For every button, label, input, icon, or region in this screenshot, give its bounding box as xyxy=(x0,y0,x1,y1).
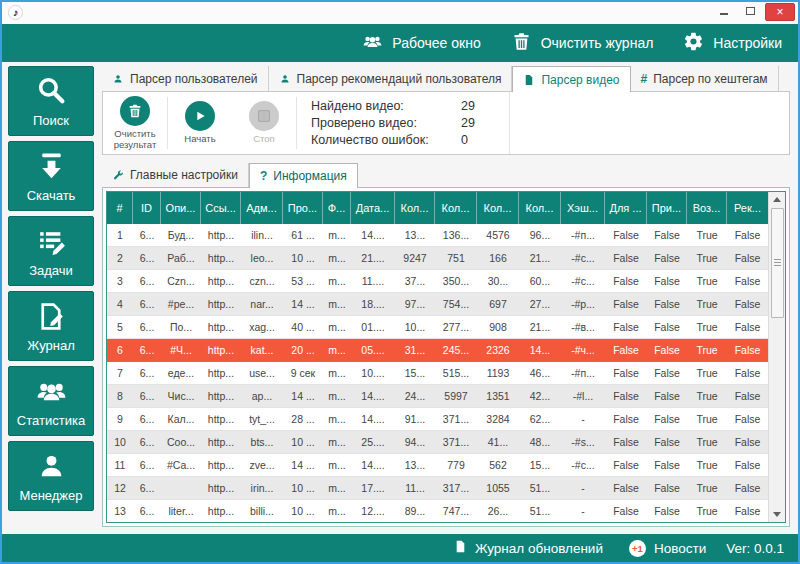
cell: False xyxy=(605,367,647,379)
column-header[interactable]: Кол... xyxy=(435,192,477,224)
start-button[interactable]: Начать xyxy=(168,92,232,154)
cell: 562 xyxy=(477,459,519,471)
topbar-button-workspace[interactable]: Рабочее окно xyxy=(362,31,480,55)
cell: 10 ... xyxy=(283,505,323,517)
cell: m... xyxy=(323,505,351,517)
maximize-button[interactable] xyxy=(737,2,763,20)
sidebar-item-search[interactable]: Поиск xyxy=(8,66,94,136)
cell: 13... xyxy=(395,459,435,471)
table-row[interactable]: 76...еде...http...use...9 секm...10....1… xyxy=(107,362,768,385)
column-header[interactable]: Рек... xyxy=(727,192,768,224)
topbar-button-clear-journal[interactable]: Очистить журнал xyxy=(511,31,654,55)
cell: #ре... xyxy=(161,298,201,310)
subtab-main-settings[interactable]: Главные настройки xyxy=(102,163,249,187)
cell: 245... xyxy=(435,344,477,356)
tab-parser-recommendations[interactable]: Парсер рекомендаций пользователя xyxy=(269,66,513,91)
cell: tyt_... xyxy=(241,413,283,425)
table-scrollbar[interactable] xyxy=(768,192,785,522)
news-link[interactable]: +1 Новости xyxy=(629,540,706,557)
cell: -#ч... xyxy=(561,344,605,356)
cell: True xyxy=(687,252,727,264)
subtab-information[interactable]: ?Информация xyxy=(249,163,358,188)
column-header[interactable]: Кол... xyxy=(477,192,519,224)
cell: 40 ... xyxy=(283,321,323,333)
table-row[interactable]: 36...Czn...http...czn...53 ...m...11....… xyxy=(107,270,768,293)
cell: 6... xyxy=(133,505,161,517)
cell: False xyxy=(727,252,768,264)
cell: 11.... xyxy=(351,275,395,287)
sidebar-item-tasks[interactable]: Задачи xyxy=(8,216,94,286)
sidebar-item-statistics[interactable]: Статистика xyxy=(8,366,94,436)
sidebar-item-manager[interactable]: Менеджер xyxy=(8,441,94,511)
column-header[interactable]: При... xyxy=(647,192,687,224)
cell: 10 ... xyxy=(283,482,323,494)
sidebar-item-label: Задачи xyxy=(29,263,73,278)
cell: http... xyxy=(201,505,241,517)
topbar-button-settings[interactable]: Настройки xyxy=(683,31,782,55)
cell: m... xyxy=(323,436,351,448)
column-header[interactable]: Воз... xyxy=(687,192,727,224)
trash-icon xyxy=(511,31,532,55)
cell: 8 xyxy=(107,390,133,402)
table-row[interactable]: 46...#ре...http...nar...14 ...m...18....… xyxy=(107,293,768,316)
cell: False xyxy=(647,482,687,494)
table-row[interactable]: 86...Чис...http...ap...14 ...m...14....2… xyxy=(107,385,768,408)
cell: 10 ... xyxy=(283,436,323,448)
table-row[interactable]: 106...Соо...http...bts...10 ...m...25...… xyxy=(107,431,768,454)
column-header[interactable]: Хэш... xyxy=(561,192,605,224)
column-header[interactable]: Для ... xyxy=(605,192,647,224)
close-button[interactable]: × xyxy=(765,3,795,21)
column-header[interactable]: Кол... xyxy=(519,192,561,224)
table-row[interactable]: 56...По...http...xag...40 ...m...01....1… xyxy=(107,316,768,339)
cell: 48... xyxy=(519,436,561,448)
cell: False xyxy=(605,436,647,448)
table-row[interactable]: 136...liter...http...billi...10 ...m...1… xyxy=(107,500,768,522)
cell: m... xyxy=(323,390,351,402)
column-header[interactable]: Кол... xyxy=(395,192,435,224)
trash-circle-icon xyxy=(120,96,150,126)
column-header[interactable]: ID xyxy=(133,192,161,224)
table-row[interactable]: 26...Раб...http...leo...10 ...m...21....… xyxy=(107,247,768,270)
column-header[interactable]: Ф... xyxy=(323,192,351,224)
sidebar-item-download[interactable]: Скачать xyxy=(8,141,94,211)
column-header[interactable]: Про... xyxy=(283,192,323,224)
cell: - xyxy=(561,482,605,494)
table-row[interactable]: 66...#Ч...http...kat...20 ...m...05....3… xyxy=(107,339,768,362)
cell: 908 xyxy=(477,321,519,333)
cell: m... xyxy=(323,459,351,471)
column-header[interactable]: Дата... xyxy=(351,192,395,224)
tab-parser-users[interactable]: Парсер пользователей xyxy=(102,66,269,91)
scrollbar-thumb[interactable] xyxy=(771,208,784,318)
stop-button: Стоп xyxy=(232,92,296,154)
scroll-up-button[interactable] xyxy=(769,192,785,207)
column-header[interactable]: # xyxy=(107,192,133,224)
cell: False xyxy=(727,229,768,241)
cell: False xyxy=(605,482,647,494)
column-header[interactable]: Адм... xyxy=(241,192,283,224)
cell: 5997 xyxy=(435,390,477,402)
cell: 166 xyxy=(477,252,519,264)
tab-parser-hashtags[interactable]: #Парсер по хештегам xyxy=(631,66,779,91)
cell: 7 xyxy=(107,367,133,379)
parser-tabbar: Парсер пользователейПарсер рекомендаций … xyxy=(102,66,790,91)
cell: 3 xyxy=(107,275,133,287)
cell: m... xyxy=(323,298,351,310)
cell: 51... xyxy=(519,482,561,494)
table-row[interactable]: 16...Буд...http...ilin...61 ...m...14...… xyxy=(107,224,768,247)
sidebar-item-journal[interactable]: Журнал xyxy=(8,291,94,361)
cell: True xyxy=(687,367,727,379)
cell: ilin... xyxy=(241,229,283,241)
tab-parser-video[interactable]: Парсер видео xyxy=(512,66,630,92)
minimize-button[interactable] xyxy=(711,2,737,20)
update-journal-link[interactable]: Журнал обновлений xyxy=(454,539,603,557)
cell: False xyxy=(605,252,647,264)
column-header[interactable]: Ссы... xyxy=(201,192,241,224)
table-row[interactable]: 116...#Са...http...zve...14 ...m...14...… xyxy=(107,454,768,477)
cell: 21... xyxy=(519,252,561,264)
clear-result-button[interactable]: Очистить результат xyxy=(103,92,167,154)
table-row[interactable]: 96...Кал...http...tyt_...28 ...m...14...… xyxy=(107,408,768,431)
cell: bts... xyxy=(241,436,283,448)
column-header[interactable]: Опи... xyxy=(161,192,201,224)
table-row[interactable]: 126...http...irin...10 ...m...17....11..… xyxy=(107,477,768,500)
scroll-down-button[interactable] xyxy=(769,507,785,522)
